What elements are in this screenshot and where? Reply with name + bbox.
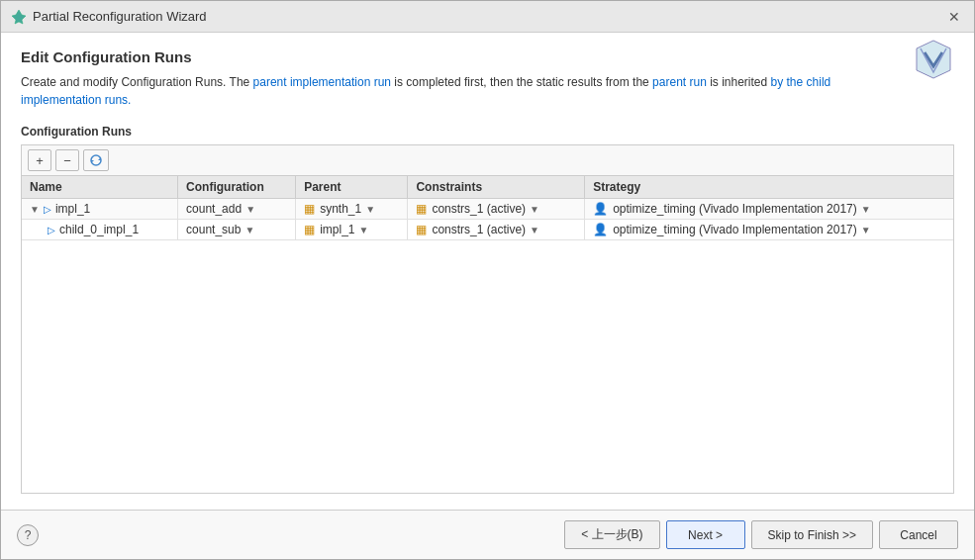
impl-name: child_0_impl_1 (59, 223, 139, 236)
footer: ? < 上一步(B) Next > Skip to Finish >> Canc… (1, 510, 974, 559)
section-title: Configuration Runs (21, 125, 954, 139)
refresh-button[interactable] (83, 149, 109, 171)
col-configuration: Configuration (178, 176, 296, 199)
col-parent: Parent (296, 176, 408, 199)
parent-dropdown[interactable]: ▼ (363, 204, 377, 215)
cell-strategy: 👤 optimize_timing (Vivado Implementation… (585, 220, 953, 240)
constraints-dropdown[interactable]: ▼ (528, 204, 541, 215)
close-button[interactable]: ✕ (944, 7, 964, 27)
page-title: Edit Configuration Runs (21, 48, 830, 65)
constraint-icon: ▦ (416, 202, 427, 216)
cell-parent: ▦ impl_1 ▼ (296, 220, 408, 240)
content-area: Edit Configuration Runs Create and modif… (1, 33, 974, 510)
cell-configuration: count_sub ▼ (178, 220, 296, 240)
help-button[interactable]: ? (17, 524, 39, 546)
refresh-icon (89, 153, 103, 167)
wizard-icon (11, 9, 27, 25)
col-name: Name (22, 176, 178, 199)
add-button[interactable]: + (28, 149, 51, 171)
synth-icon: ▦ (304, 202, 315, 216)
expand-icon[interactable]: ▼ (30, 204, 40, 215)
table-container: + − Name Configur (21, 144, 954, 494)
footer-left: ? (17, 524, 39, 546)
run-icon: ▷ (48, 225, 55, 235)
table-wrapper: Name Configuration Parent Constraints St… (22, 176, 953, 493)
config-runs-table: Name Configuration Parent Constraints St… (22, 176, 953, 240)
config-dropdown[interactable]: ▼ (244, 204, 257, 215)
dialog: Partial Reconfiguration Wizard ✕ Edit Co… (0, 0, 975, 560)
parent-dropdown[interactable]: ▼ (357, 225, 371, 235)
strategy-dropdown[interactable]: ▼ (859, 204, 873, 215)
constraint-icon: ▦ (416, 223, 427, 236)
col-constraints: Constraints (408, 176, 585, 199)
impl-icon: ▦ (304, 223, 315, 236)
cell-strategy: 👤 optimize_timing (Vivado Implementation… (585, 199, 953, 220)
footer-right: < 上一步(B) Next > Skip to Finish >> Cancel (564, 520, 958, 549)
run-icon: ▷ (44, 204, 51, 215)
title-bar: Partial Reconfiguration Wizard ✕ (1, 1, 974, 33)
table-row: ▼ ▷ impl_1 count_add ▼ (22, 199, 953, 220)
cell-parent: ▦ synth_1 ▼ (296, 199, 408, 220)
remove-button[interactable]: − (55, 149, 79, 171)
table-row: ▷ child_0_impl_1 count_sub ▼ (22, 220, 953, 240)
table-toolbar: + − (22, 145, 953, 176)
description: Create and modify Configuration Runs. Th… (21, 73, 830, 109)
skip-to-finish-button[interactable]: Skip to Finish >> (751, 520, 873, 549)
strategy-icon: 👤 (593, 202, 608, 216)
title-text: Partial Reconfiguration Wizard (33, 9, 207, 24)
header-section: Edit Configuration Runs Create and modif… (21, 48, 954, 125)
vivado-logo-icon (913, 39, 954, 80)
strategy-dropdown[interactable]: ▼ (859, 225, 873, 235)
cancel-button[interactable]: Cancel (879, 520, 958, 549)
cell-name: ▼ ▷ impl_1 (22, 199, 178, 220)
col-strategy: Strategy (585, 176, 953, 199)
cell-name: ▷ child_0_impl_1 (22, 220, 178, 240)
constraints-dropdown[interactable]: ▼ (528, 225, 541, 235)
cell-configuration: count_add ▼ (178, 199, 296, 220)
strategy-icon: 👤 (593, 223, 608, 236)
config-dropdown[interactable]: ▼ (243, 225, 256, 235)
svg-marker-0 (12, 10, 26, 24)
impl-name: impl_1 (55, 202, 90, 216)
cell-constraints: ▦ constrs_1 (active) ▼ (408, 199, 585, 220)
cell-constraints: ▦ constrs_1 (active) ▼ (408, 220, 585, 240)
next-button[interactable]: Next > (666, 520, 745, 549)
back-button[interactable]: < 上一步(B) (564, 520, 659, 549)
